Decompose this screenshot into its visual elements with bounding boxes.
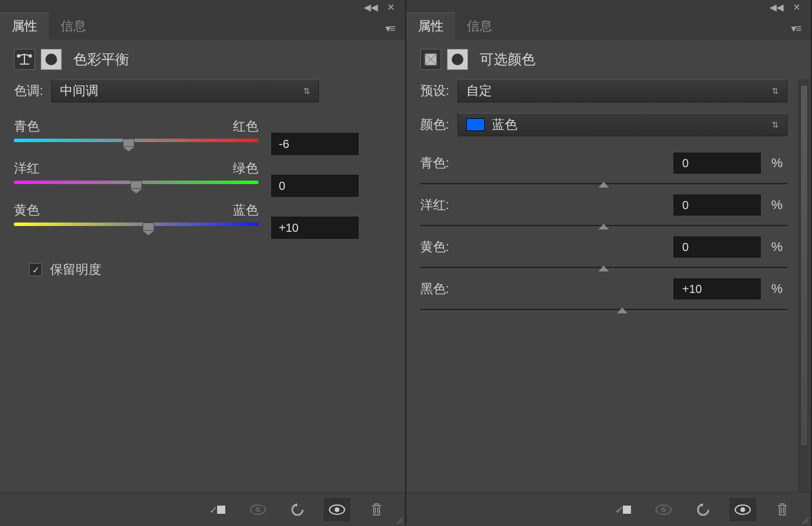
svg-point-3 <box>211 510 213 513</box>
color-balance-panel: ◀◀ ✕ 属性 信息 ▾≡ 色彩平衡 色调: 中间调 ⇅ <box>0 0 406 526</box>
svg-rect-8 <box>623 506 631 514</box>
slider-right-label: 红色 <box>233 118 258 135</box>
slider-track[interactable] <box>14 223 258 226</box>
slider-track[interactable] <box>14 181 258 184</box>
sc-value-input[interactable]: 0 <box>673 195 761 216</box>
sc-label: 洋红: <box>420 196 467 214</box>
sc-label: 黄色: <box>420 238 467 256</box>
reset-icon[interactable] <box>284 498 311 521</box>
tab-info[interactable]: 信息 <box>49 13 98 40</box>
sc-slider-track[interactable] <box>420 309 788 311</box>
svg-point-9 <box>616 510 619 513</box>
reset-icon[interactable] <box>690 498 717 521</box>
tabs: 属性 信息 ▾≡ <box>406 14 811 40</box>
slider-right-label: 绿色 <box>233 160 258 177</box>
svg-rect-2 <box>217 506 225 514</box>
panel-menu-icon[interactable]: ▾≡ <box>385 22 405 40</box>
slider-thumb[interactable] <box>143 223 154 231</box>
preset-value: 自定 <box>466 82 492 100</box>
slider-left-label: 青色 <box>14 118 40 135</box>
percent-label: % <box>771 197 788 213</box>
slider-thumb[interactable] <box>123 139 134 147</box>
view-previous-icon[interactable] <box>650 498 677 521</box>
slider-left-label: 洋红 <box>14 160 40 177</box>
slider-value-input[interactable]: +10 <box>271 217 359 239</box>
sc-slider-thumb[interactable] <box>617 308 627 316</box>
preserve-luminosity-checkbox[interactable]: ✓ <box>29 263 42 276</box>
svg-point-1 <box>29 54 32 58</box>
sc-slider-track[interactable] <box>420 225 788 227</box>
delete-icon[interactable] <box>769 498 796 521</box>
collapse-icon[interactable]: ◀◀ <box>364 2 378 13</box>
svg-point-0 <box>17 54 20 58</box>
percent-label: % <box>771 281 788 296</box>
tone-label: 色调: <box>14 82 43 100</box>
slider-left-label: 黄色 <box>14 202 40 219</box>
clip-to-layer-icon[interactable] <box>611 498 637 521</box>
tab-properties[interactable]: 属性 <box>406 12 455 40</box>
sc-value-input[interactable]: 0 <box>673 153 761 174</box>
chevron-updown-icon: ⇅ <box>772 86 779 96</box>
sc-label: 青色: <box>420 154 467 172</box>
close-icon[interactable]: ✕ <box>793 2 800 13</box>
sc-value-input[interactable]: 0 <box>673 236 761 257</box>
clip-to-layer-icon[interactable] <box>205 498 232 521</box>
panel-footer <box>406 492 811 526</box>
color-chip <box>466 118 485 131</box>
scrollbar-thumb[interactable] <box>800 85 808 446</box>
panel-menu-icon[interactable]: ▾≡ <box>791 22 811 40</box>
adjustment-header: 可选颜色 <box>406 40 811 79</box>
sc-value-input[interactable]: +10 <box>673 278 761 299</box>
sc-label: 黑色: <box>420 280 467 298</box>
resize-grip[interactable] <box>800 516 809 524</box>
chevron-updown-icon: ⇅ <box>772 120 779 129</box>
preserve-luminosity-label: 保留明度 <box>50 261 101 278</box>
collapse-icon[interactable]: ◀◀ <box>770 2 783 13</box>
view-previous-icon[interactable] <box>244 498 271 521</box>
slider-thumb[interactable] <box>130 181 142 189</box>
svg-point-13 <box>740 507 745 512</box>
tab-info[interactable]: 信息 <box>455 13 504 40</box>
toggle-visibility-icon[interactable] <box>729 498 756 521</box>
toggle-visibility-icon[interactable] <box>324 498 350 521</box>
adjustment-title: 色彩平衡 <box>73 50 129 69</box>
sc-slider-thumb[interactable] <box>598 224 609 232</box>
sc-slider-track[interactable] <box>420 267 788 269</box>
adjustment-title: 可选颜色 <box>480 50 536 69</box>
panel-body: 预设: 自定 ⇅ 颜色: 蓝色 ⇅ 青色: 0 % <box>406 79 811 492</box>
panel-topbar: ◀◀ ✕ <box>0 0 405 14</box>
slider-value-input[interactable]: 0 <box>271 175 359 197</box>
delete-icon[interactable] <box>363 498 390 521</box>
sc-slider-thumb[interactable] <box>598 266 609 274</box>
color-balance-icon[interactable] <box>14 49 35 70</box>
layer-mask-icon[interactable] <box>447 49 468 70</box>
chevron-updown-icon: ⇅ <box>303 86 310 96</box>
panel-body: 色调: 中间调 ⇅ 青色 红色 -6 洋红 绿色 <box>0 79 405 492</box>
slider-value-input[interactable]: -6 <box>271 133 359 155</box>
color-label: 颜色: <box>420 116 449 133</box>
preset-label: 预设: <box>420 82 449 100</box>
layer-mask-icon[interactable] <box>41 49 62 70</box>
tone-value: 中间调 <box>60 82 98 100</box>
tabs: 属性 信息 ▾≡ <box>0 14 405 40</box>
svg-point-7 <box>335 507 339 512</box>
panel-topbar: ◀◀ ✕ <box>406 0 811 14</box>
sc-slider-track[interactable] <box>420 183 788 185</box>
tone-dropdown[interactable]: 中间调 ⇅ <box>51 79 319 103</box>
close-icon[interactable]: ✕ <box>387 2 395 13</box>
percent-label: % <box>771 156 788 171</box>
adjustment-header: 色彩平衡 <box>0 40 405 79</box>
scrollbar-track[interactable] <box>798 79 810 492</box>
selective-color-icon[interactable] <box>420 49 441 70</box>
color-dropdown[interactable]: 蓝色 ⇅ <box>458 113 788 136</box>
preset-dropdown[interactable]: 自定 ⇅ <box>458 79 788 103</box>
selective-color-panel: ◀◀ ✕ 属性 信息 ▾≡ 可选颜色 预设: 自定 ⇅ 颜色: <box>406 0 813 526</box>
slider-right-label: 蓝色 <box>233 202 258 219</box>
resize-grip[interactable] <box>395 516 403 524</box>
sc-slider-thumb[interactable] <box>598 182 609 190</box>
percent-label: % <box>771 239 788 255</box>
panel-footer <box>0 492 405 526</box>
tab-properties[interactable]: 属性 <box>0 12 49 40</box>
slider-track[interactable] <box>14 139 258 142</box>
color-value: 蓝色 <box>492 116 517 133</box>
